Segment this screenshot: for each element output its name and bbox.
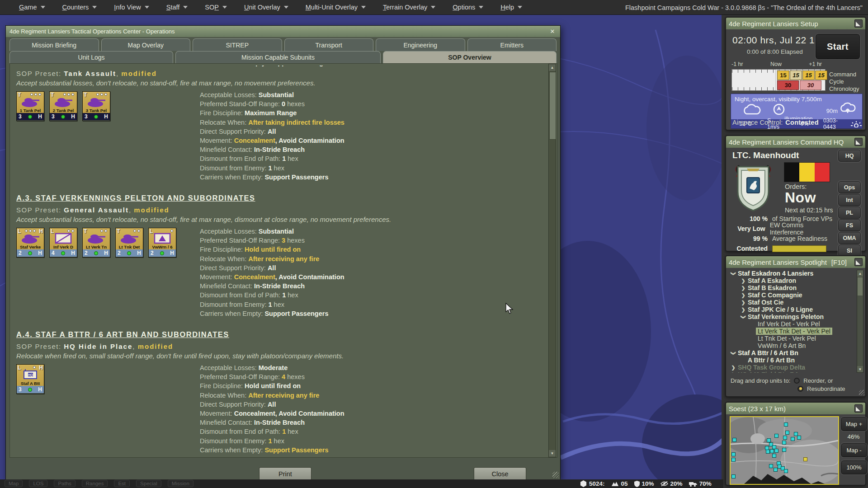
tree-item[interactable]: ❯Staf Ost Cie bbox=[728, 299, 857, 306]
chevron-expanded-icon[interactable]: ❯ bbox=[741, 314, 746, 319]
menu-unit-overlay[interactable]: Unit Overlay bbox=[244, 4, 288, 11]
map-toolbar-item[interactable]: Map bbox=[5, 480, 23, 487]
scroll-down-icon[interactable]: ▼ bbox=[857, 366, 863, 372]
tree-item[interactable]: Lt Tnk Det - Verk Pel bbox=[728, 335, 857, 342]
tab-unit-logs[interactable]: Unit Logs bbox=[9, 51, 173, 63]
tab-engineering[interactable]: Engineering bbox=[376, 38, 465, 51]
start-button[interactable]: Start bbox=[816, 34, 860, 59]
chevron-collapsed-icon[interactable]: ❯ bbox=[741, 307, 746, 313]
chevron-collapsed-icon[interactable]: ❯ bbox=[741, 285, 746, 291]
close-button[interactable]: Close bbox=[474, 467, 526, 481]
hq-panel-header[interactable]: 4de Regiment Lansiers Command HQ bbox=[726, 136, 865, 148]
chevron-down-icon bbox=[92, 6, 97, 9]
tree-item[interactable]: ❯Staf JPK Cie / 9 Ligne bbox=[728, 306, 857, 313]
chevron-collapsed-icon[interactable]: ❯ bbox=[731, 372, 736, 373]
map-zoom-in-button[interactable]: Map + bbox=[841, 417, 867, 431]
unit-counter[interactable]: T1 Tank Pel3H bbox=[16, 91, 44, 121]
map-toolbar-item[interactable]: LOS bbox=[29, 480, 47, 487]
scrollbar-thumb[interactable] bbox=[549, 72, 556, 140]
map-toolbar-item[interactable]: Mission bbox=[168, 480, 193, 487]
tab-mission-briefing[interactable]: Mission Briefing bbox=[9, 38, 99, 51]
map-toolbar-item[interactable]: Est bbox=[114, 480, 130, 487]
dialog-title-bar[interactable]: 4de Regiment Lansiers Tactical Operation… bbox=[6, 26, 560, 37]
setup-panel-header[interactable]: 4de Regiment Lansiers Setup bbox=[726, 18, 865, 29]
tree-item[interactable]: ❯SHQ Task Group Delta bbox=[728, 364, 857, 371]
unit-counter[interactable]: LHHQStaf A Btt3H bbox=[16, 364, 44, 394]
tree-item[interactable]: A Bttr / 6 Art Bn bbox=[728, 357, 857, 364]
print-button[interactable]: Print bbox=[259, 467, 311, 481]
unit-counter[interactable]: TLt Verk Tn2H bbox=[82, 228, 110, 258]
hq-oma-button[interactable]: OMA bbox=[838, 232, 861, 244]
menu-multi-unit-overlay[interactable]: Multi-Unit Overlay bbox=[306, 4, 366, 11]
hq-fs-button[interactable]: FS bbox=[838, 219, 861, 231]
unit-counter[interactable]: T3 Tank Pel3H bbox=[82, 91, 110, 121]
menu-terrain-overlay[interactable]: Terrain Overlay bbox=[383, 4, 435, 11]
menu-info-view[interactable]: Info View bbox=[114, 4, 149, 11]
menu-game[interactable]: Game bbox=[19, 4, 45, 11]
tab-sop-overview[interactable]: SOP Overview bbox=[383, 51, 557, 63]
chevron-expanded-icon[interactable]: ❯ bbox=[731, 350, 736, 356]
hq-ops-button[interactable]: Ops bbox=[838, 181, 861, 193]
tree-item[interactable]: ❯HQ 143 Field Bty RA bbox=[728, 371, 857, 373]
unit-counter[interactable]: LHStaf Verke2H bbox=[16, 228, 44, 258]
close-icon[interactable]: ✕ bbox=[548, 28, 557, 35]
scroll-up-icon[interactable]: ▲ bbox=[549, 64, 556, 71]
hq-hq-button[interactable]: HQ bbox=[838, 150, 861, 162]
menu-sop[interactable]: SOP bbox=[205, 4, 227, 11]
resubordinate-radio[interactable] bbox=[797, 386, 803, 392]
spotlight-panel-header[interactable]: 4de Regiment Lansiers Spotlight [F10] bbox=[726, 256, 865, 268]
unit-counter[interactable]: T2 Tank Pel3H bbox=[49, 91, 77, 121]
unit-counter[interactable]: TLt Tnk Det2H bbox=[115, 228, 143, 258]
menu-counters[interactable]: Counters bbox=[62, 4, 97, 11]
hq-si-button[interactable]: SI bbox=[838, 244, 861, 257]
tree-scrollbar[interactable]: ▲ ▼ bbox=[857, 270, 863, 373]
unit-counter[interactable]: LVwWrn / 62H bbox=[148, 228, 176, 258]
hq-int-button[interactable]: Int bbox=[838, 194, 861, 206]
tab-mission-capable-subunits[interactable]: Mission Capable Subunits bbox=[175, 51, 381, 63]
chevron-collapsed-icon[interactable]: ❯ bbox=[741, 292, 746, 298]
panel-expand-icon[interactable] bbox=[854, 19, 863, 28]
tree-item[interactable]: ❯Staf B Eskadron bbox=[728, 284, 857, 291]
tree-item[interactable]: ❯Staf Verkennings Peleton bbox=[728, 313, 857, 320]
scrollbar-thumb[interactable] bbox=[858, 277, 863, 296]
map-full-zoom-button[interactable]: 100% bbox=[841, 460, 867, 474]
tree-item[interactable]: ❯Staf A Bttr / 6 Art Bn bbox=[728, 349, 857, 357]
scroll-down-icon[interactable]: ▼ bbox=[549, 450, 556, 457]
content-scrollbar[interactable]: ▲ ▼ bbox=[548, 64, 556, 457]
map-toolbar-item[interactable]: Paths bbox=[54, 480, 75, 487]
unit-counter[interactable]: LInf Verk D4H bbox=[49, 228, 77, 258]
dialog-resize-grip[interactable] bbox=[552, 472, 559, 478]
tab-emitters[interactable]: Emitters bbox=[467, 38, 557, 51]
chevron-collapsed-icon[interactable]: ❯ bbox=[741, 300, 746, 305]
tab-map-overlay[interactable]: Map Overlay bbox=[101, 38, 191, 51]
menu-options[interactable]: Options bbox=[453, 4, 483, 11]
tree-item[interactable]: ❯Staf Eskadron 4 Lansiers bbox=[728, 270, 857, 277]
menu-staff[interactable]: Staff bbox=[166, 4, 188, 11]
chevron-collapsed-icon[interactable]: ❯ bbox=[741, 278, 746, 284]
map-zoom-out-button[interactable]: Map - bbox=[841, 443, 867, 457]
tree-item[interactable]: Inf Verk Det - Verk Pel bbox=[728, 320, 857, 328]
preset-name: Tank Assault bbox=[64, 70, 116, 77]
tree-item[interactable]: VwWrn / 6 Art Bn bbox=[728, 342, 857, 349]
panel-expand-icon[interactable] bbox=[854, 138, 863, 146]
panel-expand-icon[interactable] bbox=[854, 258, 863, 266]
panel-resize-grip[interactable] bbox=[859, 390, 864, 395]
tab-sitrep[interactable]: SITREP bbox=[193, 38, 282, 51]
scroll-up-icon[interactable]: ▲ bbox=[857, 270, 863, 277]
panel-expand-icon[interactable] bbox=[854, 404, 863, 413]
menu-help[interactable]: Help bbox=[500, 4, 522, 11]
map-toolbar-item[interactable]: Ranges bbox=[82, 480, 108, 487]
command-cycle-timeline[interactable]: 15151515 3030 bbox=[731, 69, 826, 91]
minimap-thumbnail[interactable] bbox=[730, 416, 839, 485]
tree-item[interactable]: ❯Staf A Eskadron bbox=[728, 277, 857, 284]
chevron-expanded-icon[interactable]: ❯ bbox=[731, 271, 736, 276]
tree-item[interactable]: ❯Staf C Compagnie bbox=[728, 291, 857, 299]
tree-item[interactable]: Lt Verk Tnk Det - Verk Pel bbox=[728, 328, 857, 335]
hq-pl-button[interactable]: PL bbox=[838, 206, 861, 219]
map-toolbar-item[interactable]: Special bbox=[136, 480, 161, 487]
tab-transport[interactable]: Transport bbox=[284, 38, 374, 51]
chevron-collapsed-icon[interactable]: ❯ bbox=[731, 365, 736, 371]
minimap-panel-header[interactable]: Soest (23 x 17 km) bbox=[726, 403, 865, 414]
reorder-radio[interactable] bbox=[794, 378, 800, 384]
selected-unit-marker-icon bbox=[803, 457, 807, 461]
